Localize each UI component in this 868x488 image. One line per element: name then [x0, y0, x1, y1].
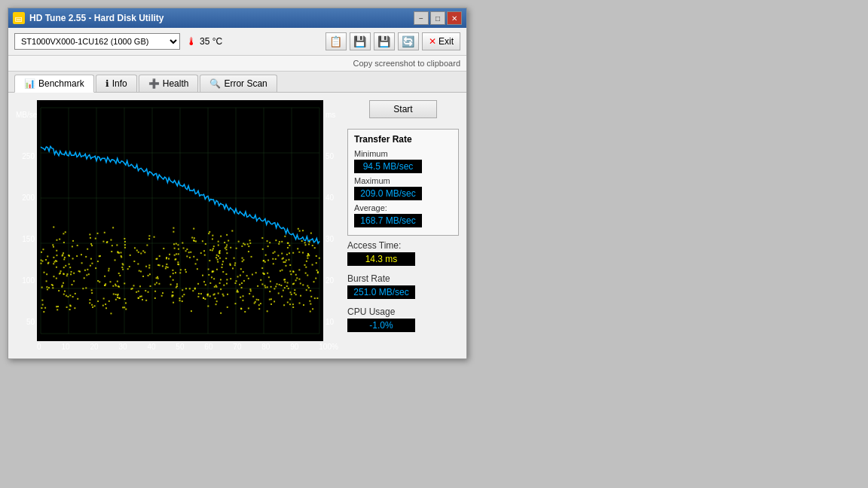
- close-button[interactable]: ✕: [447, 11, 462, 25]
- tab-error-scan[interactable]: 🔍 Error Scan: [200, 75, 277, 92]
- burst-rate-value: 251.0 MB/sec: [347, 285, 415, 299]
- error-scan-tab-label: Error Scan: [224, 78, 267, 89]
- icon-btn-2[interactable]: 💾: [350, 32, 371, 50]
- benchmark-tab-label: Benchmark: [38, 78, 84, 89]
- title-bar: 🖴 HD Tune 2.55 - Hard Disk Utility − □ ✕: [8, 8, 466, 28]
- cpu-usage-value: -1.0%: [347, 319, 415, 332]
- clipboard-bar: Copy screenshot to clipboard: [8, 56, 466, 72]
- burst-rate-group: Burst Rate 251.0 MB/sec: [347, 273, 459, 299]
- drive-select[interactable]: ST1000VX000-1CU162 (1000 GB): [14, 33, 180, 50]
- chart-wrapper: MB/sec 250 200 150 100 50 ms 50 40 30 20…: [16, 100, 338, 351]
- y-label-ms: ms: [326, 111, 338, 119]
- minimum-value: 94.5 MB/sec: [354, 160, 422, 173]
- average-value: 168.7 MB/sec: [354, 214, 422, 227]
- tabs: 📊 Benchmark ℹ Info ➕ Health 🔍 Error Scan: [8, 72, 466, 93]
- cpu-usage-label: CPU Usage: [347, 307, 459, 317]
- error-scan-tab-icon: 🔍: [209, 78, 221, 89]
- transfer-rate-box: Transfer Rate Minimum 94.5 MB/sec Maximu…: [347, 129, 459, 236]
- average-label: Average:: [354, 203, 452, 212]
- y-label-mbsec: MB/sec: [16, 111, 35, 119]
- main-content: MB/sec 250 200 150 100 50 ms 50 40 30 20…: [8, 93, 466, 358]
- average-group: Average: 168.7 MB/sec: [354, 203, 452, 227]
- maximum-label: Maximum: [354, 176, 452, 185]
- window-title: HD Tune 2.55 - Hard Disk Utility: [29, 13, 164, 23]
- icon-btn-1[interactable]: 📋: [326, 32, 347, 50]
- benchmark-tab-icon: 📊: [24, 78, 35, 89]
- exit-button[interactable]: ✕ Exit: [422, 32, 460, 50]
- stats-panel: Start Transfer Rate Minimum 94.5 MB/sec …: [347, 100, 459, 351]
- y-labels-left: MB/sec 250 200 150 100 50: [16, 100, 37, 341]
- window-controls: − □ ✕: [414, 11, 462, 25]
- thermometer-icon: 🌡: [186, 35, 197, 47]
- access-time-group: Access Time: 14.3 ms: [347, 240, 459, 266]
- clipboard-button[interactable]: Copy screenshot to clipboard: [353, 59, 460, 68]
- app-icon: 🖴: [13, 12, 25, 24]
- cpu-usage-group: CPU Usage -1.0%: [347, 307, 459, 332]
- y-labels-right: ms 50 40 30 20 10: [323, 100, 338, 341]
- access-time-label: Access Time:: [347, 240, 459, 251]
- temperature-display: 🌡 35 °C: [186, 35, 222, 47]
- access-time-value: 14.3 ms: [347, 252, 415, 266]
- info-tab-icon: ℹ: [105, 78, 109, 89]
- burst-rate-label: Burst Rate: [347, 273, 459, 284]
- transfer-rate-title: Transfer Rate: [354, 134, 452, 145]
- chart-container: [37, 100, 323, 341]
- main-window: 🖴 HD Tune 2.55 - Hard Disk Utility − □ ✕…: [8, 8, 467, 359]
- tab-benchmark[interactable]: 📊 Benchmark: [14, 75, 94, 93]
- health-tab-icon: ➕: [148, 78, 160, 89]
- icon-btn-4[interactable]: 🔄: [398, 32, 419, 50]
- health-tab-label: Health: [163, 78, 189, 89]
- tab-info[interactable]: ℹ Info: [96, 75, 137, 92]
- maximum-value: 209.0 MB/sec: [354, 187, 422, 200]
- x-labels: 0 10 20 30 40 50 60 70 80 90 100%: [16, 341, 338, 351]
- toolbar: ST1000VX000-1CU162 (1000 GB) 🌡 35 °C 📋 💾…: [8, 28, 466, 56]
- minimize-button[interactable]: −: [414, 11, 429, 25]
- exit-x-icon: ✕: [429, 36, 436, 47]
- maximize-button[interactable]: □: [430, 11, 445, 25]
- benchmark-chart: [37, 100, 323, 341]
- chart-with-labels: MB/sec 250 200 150 100 50 ms 50 40 30 20…: [16, 100, 338, 341]
- info-tab-label: Info: [112, 78, 127, 89]
- temperature-value: 35 °C: [200, 36, 222, 47]
- maximum-group: Maximum 209.0 MB/sec: [354, 176, 452, 200]
- toolbar-buttons: 📋 💾 💾 🔄 ✕ Exit: [326, 32, 460, 50]
- exit-label: Exit: [439, 36, 454, 47]
- minimum-label: Minimum: [354, 149, 452, 158]
- icon-btn-3[interactable]: 💾: [374, 32, 395, 50]
- start-button[interactable]: Start: [369, 100, 437, 118]
- minimum-group: Minimum 94.5 MB/sec: [354, 149, 452, 173]
- tab-health[interactable]: ➕ Health: [139, 75, 199, 92]
